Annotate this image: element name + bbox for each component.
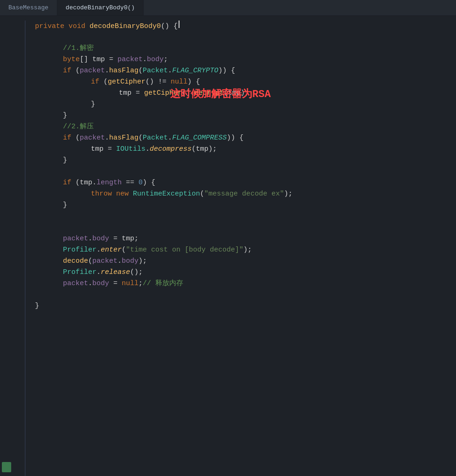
kw-new: new [116,189,129,199]
tab-basemessage[interactable]: BaseMessage [0,0,57,15]
tab-basemessage-label: BaseMessage [8,4,48,11]
code-line-18 [35,211,456,222]
code-line-21: Profiler . enter ( "time cost on [body d… [35,245,456,256]
code-line-23: Profiler . release (); [35,267,456,278]
fn-decompress: decompress [150,144,192,154]
text-cursor [179,21,180,28]
code-content: private void decodeBinaryBody0 () { //1.… [26,21,456,476]
code-line-15: if (tmp. length == 0 ) { [35,177,456,189]
fn-release: release [101,267,130,278]
cls-profiler2: Profiler [63,267,97,278]
fn-enter: enter [101,245,122,255]
kw-void: void [69,21,85,32]
code-line-25 [35,289,456,301]
code-line-3: //1.解密 [35,43,456,54]
fn-decode: decode [63,256,88,266]
code-line-22: decode ( packet . body ); [35,256,456,267]
code-line-8: } [35,99,456,110]
comment-2: //2.解压 [63,121,94,132]
str-message-decode-ex: "message decode ex" [204,189,284,199]
field-packet5: packet [92,256,117,266]
tab-bar: BaseMessage decodeBinaryBody0() [0,0,456,16]
tab-decodebinarybody[interactable]: decodeBinaryBody0() [57,0,144,15]
field-body: body [147,54,164,65]
fn-getcipher1: getCipher [108,77,145,87]
var-tmp2: tmp [119,88,136,98]
code-line-9: } [35,110,456,121]
kw-if1: if [63,65,71,76]
code-line-16: throw new RuntimeException ( "message de… [35,189,456,200]
code-line-19 [35,222,456,233]
code-line-2 [35,32,456,43]
field-packet6: packet [63,278,88,289]
field-packet4: packet [63,233,88,244]
gutter-highlight [2,462,11,472]
field-body3: body [122,256,138,266]
code-line-20: packet . body = tmp; [35,233,456,245]
code-line-1: private void decodeBinaryBody0 () { [35,21,456,32]
code-area: private void decodeBinaryBody0 () { //1.… [0,16,456,476]
var-tmp: tmp [92,54,109,65]
fn-hasflag2: hasFlag [109,133,138,143]
code-line-7: tmp = getCipher (). decrypt (tmp); 这时候加解… [35,88,456,99]
cls-packet2: Packet [143,133,168,143]
cls-runtimeexception: RuntimeException [133,189,200,199]
code-line-11: if ( packet . hasFlag ( Packet . FLAG_CO… [35,133,456,144]
kw-if3: if [63,133,71,143]
tab-decodebinarybody-label: decodeBinaryBody0() [66,4,135,11]
kw-null1: null [171,77,187,87]
str-time-cost: "time cost on [body decode]" [126,245,243,255]
kw-if4: if [63,177,71,188]
kw-throw: throw [91,189,112,199]
field-packet: packet [117,54,143,65]
field-body4: body [92,278,109,289]
code-line-12: tmp = IOUtils . decompress (tmp); [35,144,456,155]
kw-if2: if [91,77,99,87]
var-tmp3: tmp [91,144,108,154]
cls-ioutils: IOUtils [116,144,145,154]
code-line-4: byte [] tmp = packet . body ; [35,54,456,65]
code-line-17: } [35,200,456,211]
code-line-24: packet . body = null ; // 释放内存 [35,278,456,289]
cls-profiler1: Profiler [63,245,97,255]
field-packet2: packet [80,65,105,76]
kw-private: private [35,21,64,32]
code-line-5: if ( packet . hasFlag ( Packet . FLAG_CR… [35,65,456,77]
field-body2: body [92,233,109,244]
kw-byte: byte [63,54,80,65]
num-0: 0 [138,177,143,188]
comment-release: // 释放内存 [143,278,183,289]
cls-packet1: Packet [143,65,168,76]
comment-1: //1.解密 [63,43,94,54]
fn-hasflag1: hasFlag [109,65,138,76]
code-line-6: if ( getCipher () != null ) { [35,77,456,88]
code-line-10: //2.解压 [35,121,456,133]
field-length: length [97,177,122,188]
code-line-13: } [35,155,456,166]
field-packet3: packet [80,133,105,143]
code-line-14 [35,166,456,177]
code-line-26: } [35,301,456,312]
line-gutter [0,21,26,476]
field-flagcrypto: FLAG_CRYPTO [172,65,218,76]
field-flagcompress: FLAG_COMPRESS [172,133,227,143]
fn-decodebinarybody: decodeBinaryBody0 [90,21,161,32]
kw-null2: null [122,278,138,289]
